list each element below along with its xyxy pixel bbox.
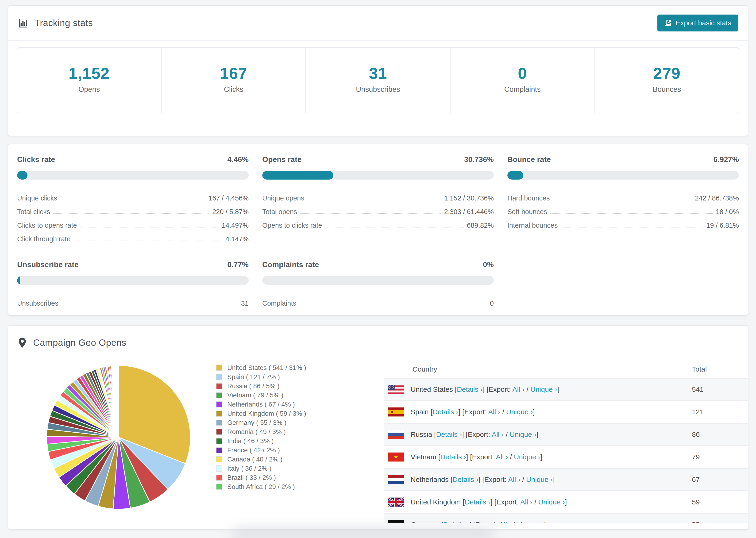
summary-value: 167 (220, 64, 247, 82)
stat-value: 14.497% (222, 222, 249, 229)
stat-label: Complaints (262, 299, 296, 307)
summary-cell-unsubscribes: 31Unsubscribes (305, 48, 450, 113)
stat-label: Hard bounces (507, 194, 550, 202)
slash: / (500, 408, 506, 416)
export-all-link[interactable]: All › (488, 408, 500, 416)
export-unique-link[interactable]: Unique › (514, 453, 540, 461)
export-basic-stats-button[interactable]: Export basic stats (657, 15, 738, 31)
table-row-united-states: United States [Details ›] [Export: All ›… (384, 378, 748, 401)
tracking-stats-heading: Tracking stats (18, 18, 93, 28)
export-button-label: Export basic stats (676, 19, 731, 27)
bracket: [ (455, 385, 457, 393)
stat-value: 167 / 4.456% (208, 194, 249, 202)
details-link[interactable]: Details › (457, 385, 483, 393)
export-all-link[interactable]: All › (520, 498, 532, 506)
slash: / (532, 498, 538, 506)
legend-swatch (216, 420, 222, 426)
country-total: 67 (692, 476, 748, 484)
dotted-leader (325, 227, 464, 228)
export-all-link[interactable]: All › (496, 453, 508, 461)
legend-item-netherlands: Netherlands ( 67 / 4% ) (216, 401, 306, 408)
progress-fill (17, 276, 20, 285)
stat-rows: Complaints0 (262, 294, 494, 307)
rate-section-bounce-rate: Bounce rate6.927%Hard bounces242 / 86.73… (507, 155, 739, 243)
export-unique-link[interactable]: Unique › (510, 430, 536, 438)
country-cell: United Kingdom [Details ›] [Export: All … (411, 498, 692, 506)
legend-swatch (216, 465, 222, 471)
details-link[interactable]: Details › (432, 408, 458, 416)
export-all-link[interactable]: All › (499, 521, 512, 523)
legend-label: United States ( 541 / 31% ) (227, 364, 306, 372)
export-unique-link[interactable]: Unique › (538, 498, 565, 506)
stat-row-unique-opens: Unique opens1,152 / 30.736% (262, 188, 494, 202)
country-total: 541 (692, 385, 748, 394)
legend-item-spain: Spain ( 121 / 7% ) (216, 373, 306, 381)
export-label: ] [Export: (490, 498, 520, 506)
stat-row-total-opens: Total opens2,303 / 61.446% (262, 202, 494, 216)
details-link[interactable]: Details › (440, 453, 466, 461)
details-link[interactable]: Details › (444, 521, 469, 523)
legend-item-brazil: Brazil ( 33 / 2% ) (216, 474, 306, 481)
summary-label: Opens (79, 85, 100, 94)
stat-label: Opens to clicks rate (262, 222, 322, 229)
export-all-link[interactable]: All › (513, 385, 525, 393)
bracket: ] (557, 385, 559, 393)
geo-pie-chart[interactable] (43, 362, 194, 512)
details-link[interactable]: Details › (453, 476, 478, 483)
table-row-russia: Russia [Details ›] [Export: All › / Uniq… (384, 423, 748, 446)
stat-label: Unique clicks (17, 194, 57, 202)
bracket: ] (553, 476, 555, 483)
country-name: Netherlands (411, 476, 451, 483)
rates-grid: Clicks rate4.46%Unique clicks167 / 4.456… (8, 144, 748, 316)
table-row-germany: Germany [Details ›] [Export: All › / Uni… (384, 513, 748, 523)
legend-label: Canada ( 40 / 2% ) (227, 456, 283, 463)
stat-label: Unsubscribes (17, 299, 58, 307)
export-unique-link[interactable]: Unique › (530, 385, 557, 393)
export-all-link[interactable]: All › (492, 430, 504, 438)
united-kingdom-flag-icon (388, 497, 404, 507)
bracket: ] (536, 430, 538, 438)
legend-item-italy: Italy ( 36 / 2% ) (216, 465, 306, 472)
summary-label: Unsubscribes (356, 85, 400, 94)
export-unique-link[interactable]: Unique › (526, 476, 553, 483)
export-all-link[interactable]: All › (508, 476, 520, 483)
stat-label: Total clicks (17, 208, 50, 216)
stat-value: 242 / 86.738% (695, 194, 739, 202)
dotted-leader (62, 305, 238, 305)
stat-value: 19 / 6.81% (706, 222, 739, 229)
stat-row-click-through-rate: Click through rate4.147% (17, 229, 249, 243)
rate-title: Opens rate (262, 155, 301, 164)
legend-item-india: India ( 46 / 3% ) (216, 437, 306, 445)
summary-value: 31 (369, 64, 387, 82)
details-link[interactable]: Details › (436, 430, 462, 438)
export-unique-link[interactable]: Unique › (506, 408, 533, 416)
country-cell: United States [Details ›] [Export: All ›… (411, 385, 692, 394)
country-cell: Spain [Details ›] [Export: All › / Uniqu… (411, 408, 692, 416)
netherlands-flag-icon (388, 475, 404, 484)
legend-item-united-states: United States ( 541 / 31% ) (216, 364, 306, 372)
table-row-netherlands: Netherlands [Details ›] [Export: All › /… (384, 468, 748, 491)
rate-title: Complaints rate (262, 260, 319, 269)
pie-slice-other-49[interactable] (118, 365, 119, 437)
tracking-stats-card: Tracking stats Export basic stats 1,152O… (8, 5, 748, 136)
details-link[interactable]: Details › (465, 498, 490, 506)
bracket: ] (533, 408, 535, 416)
stat-label: Internal bounces (507, 222, 558, 229)
geo-table-header: Country Total (384, 360, 748, 378)
country-total: 121 (692, 408, 748, 416)
summary-label: Complaints (504, 85, 541, 94)
rate-value: 4.46% (227, 155, 249, 164)
progress-fill (262, 171, 333, 180)
country-name: United States (411, 385, 455, 393)
dotted-leader (80, 227, 219, 228)
stat-row-opens-to-clicks-rate: Opens to clicks rate689.82% (262, 216, 494, 229)
slash: / (504, 430, 510, 438)
stat-row-hard-bounces: Hard bounces242 / 86.738% (507, 188, 739, 202)
table-row-vietnam: Vietnam [Details ›] [Export: All › / Uni… (384, 446, 748, 468)
column-header-total: Total (692, 365, 748, 373)
legend-label: United Kingdom ( 59 / 3% ) (227, 410, 306, 417)
export-unique-link[interactable]: Unique › (517, 521, 544, 523)
stat-row-total-clicks: Total clicks220 / 5.87% (17, 202, 249, 216)
stat-label: Total opens (262, 208, 297, 216)
legend-label: France ( 42 / 2% ) (227, 447, 280, 454)
